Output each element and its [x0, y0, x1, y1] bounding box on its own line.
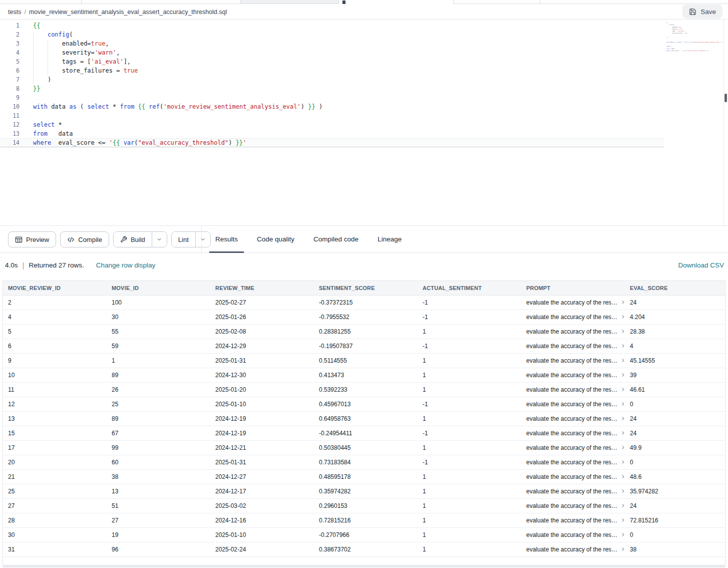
code-line[interactable]: 7 )	[0, 75, 728, 84]
chevron-right-icon[interactable]	[620, 445, 625, 450]
chevron-right-icon[interactable]	[620, 358, 625, 363]
prompt-cell[interactable]: evaluate the accuracy of the res…	[521, 295, 625, 310]
lint-dropdown-button[interactable]	[195, 232, 210, 247]
table-cell: 0.413473	[314, 368, 418, 382]
chevron-right-icon[interactable]	[620, 474, 625, 479]
chevron-right-icon[interactable]	[620, 532, 625, 537]
editor-scrollbar-track	[723, 20, 724, 225]
chevron-right-icon[interactable]	[620, 546, 625, 552]
tab-segment[interactable]	[453, 0, 728, 4]
lint-button[interactable]: Lint	[172, 232, 195, 247]
chevron-right-icon[interactable]	[620, 517, 625, 523]
tab-lineage[interactable]: Lineage	[372, 226, 408, 252]
prompt-cell[interactable]: evaluate the accuracy of the res…	[521, 542, 625, 556]
prompt-cell[interactable]: evaluate the accuracy of the res…	[521, 382, 625, 397]
prompt-text: evaluate the accuracy of the res…	[526, 444, 617, 451]
code-line[interactable]: 3 enabled=true,	[0, 39, 728, 48]
chevron-right-icon[interactable]	[620, 300, 625, 305]
lint-split-button: Lint	[171, 231, 211, 247]
tab-results[interactable]: Results	[209, 226, 244, 252]
prompt-text: evaluate the accuracy of the res…	[526, 517, 617, 524]
table-cell: 100	[107, 295, 210, 310]
prompt-cell[interactable]: evaluate the accuracy of the res…	[521, 513, 625, 527]
prompt-cell[interactable]: evaluate the accuracy of the res…	[521, 527, 625, 542]
tab-compiled-code[interactable]: Compiled code	[307, 226, 365, 252]
code-line[interactable]: 14where eval_score <= '{{ var("eval_accu…	[0, 138, 664, 147]
table-cell: 28	[3, 513, 107, 527]
code-line[interactable]: 9	[0, 93, 728, 102]
code-line[interactable]: 5 tags = ['ai_eval'],	[0, 57, 728, 66]
chevron-right-icon[interactable]	[620, 387, 625, 392]
prompt-cell[interactable]: evaluate the accuracy of the res…	[521, 455, 625, 469]
prompt-cell[interactable]: evaluate the accuracy of the res…	[521, 353, 625, 368]
editor-minimap[interactable]: {{ config( enabled=true, severity='warn'…	[666, 22, 723, 54]
code-line[interactable]: 8}}	[0, 84, 728, 93]
code-editor[interactable]: 1{{2 config(3 enabled=true,4 severity='w…	[0, 20, 728, 225]
line-number: 5	[0, 57, 20, 66]
tab-segment[interactable]	[0, 0, 240, 4]
horizontal-scrollbar[interactable]	[3, 565, 725, 567]
table-cell: 0.5114555	[314, 353, 418, 368]
prompt-text: evaluate the accuracy of the res…	[526, 546, 617, 553]
breadcrumb: tests / movie_review_sentiment_analysis_…	[8, 4, 227, 20]
preview-button[interactable]: Preview	[8, 231, 56, 247]
chevron-right-icon[interactable]	[620, 314, 625, 320]
table-cell: 0.73183584	[314, 455, 418, 469]
chevron-right-icon[interactable]	[620, 416, 625, 421]
code-line[interactable]: 6 store_failures = true	[0, 66, 728, 75]
chevron-right-icon[interactable]	[620, 488, 625, 494]
table-cell: 24	[625, 426, 725, 440]
table-cell: 0	[625, 397, 725, 411]
chevron-right-icon[interactable]	[620, 343, 625, 349]
table-cell: 1	[418, 353, 521, 368]
table-cell: 15	[3, 426, 107, 440]
prompt-text: evaluate the accuracy of the res…	[526, 488, 617, 495]
table-cell: 0.2960153	[314, 498, 418, 513]
prompt-cell[interactable]: evaluate the accuracy of the res…	[521, 310, 625, 324]
chevron-right-icon[interactable]	[620, 329, 625, 334]
table-cell: 59	[107, 339, 210, 353]
tab-segment[interactable]	[240, 0, 338, 4]
code-text: }}	[20, 84, 40, 93]
code-line[interactable]: 1{{	[0, 21, 728, 30]
line-number: 6	[0, 66, 20, 75]
chevron-right-icon[interactable]	[620, 459, 625, 465]
save-button[interactable]: Save	[682, 5, 722, 19]
table-cell: 0.72815216	[314, 513, 418, 527]
table-cell: 1	[418, 527, 521, 542]
tab-code-quality[interactable]: Code quality	[251, 226, 300, 252]
prompt-text: evaluate the accuracy of the res…	[526, 386, 617, 393]
breadcrumb-folder[interactable]: tests	[8, 9, 21, 16]
prompt-cell[interactable]: evaluate the accuracy of the res…	[521, 426, 625, 440]
prompt-cell[interactable]: evaluate the accuracy of the res…	[521, 324, 625, 339]
editor-scrollbar-thumb[interactable]	[724, 94, 727, 102]
change-row-display-link[interactable]: Change row display	[96, 261, 156, 269]
column-header: MOVIE_ID	[107, 281, 210, 295]
table-cell: 6	[3, 339, 107, 353]
table-cell: 2025-02-27	[210, 295, 314, 310]
code-line[interactable]: 13from data	[0, 129, 728, 138]
code-line[interactable]: 2 config(	[0, 30, 728, 39]
code-line[interactable]: 4 severity='warn',	[0, 48, 728, 57]
chevron-right-icon[interactable]	[620, 401, 625, 407]
prompt-cell[interactable]: evaluate the accuracy of the res…	[521, 484, 625, 498]
prompt-cell[interactable]: evaluate the accuracy of the res…	[521, 411, 625, 426]
code-line[interactable]: 12select *	[0, 120, 728, 129]
code-line[interactable]: 11	[0, 111, 728, 120]
line-number: 12	[0, 120, 20, 129]
build-button[interactable]: Build	[114, 232, 152, 247]
prompt-cell[interactable]: evaluate the accuracy of the res…	[521, 440, 625, 455]
code-line[interactable]: 10with data as ( select * from {{ ref('m…	[0, 102, 728, 111]
download-csv-link[interactable]: Download CSV	[678, 261, 724, 269]
prompt-cell[interactable]: evaluate the accuracy of the res…	[521, 368, 625, 382]
prompt-cell[interactable]: evaluate the accuracy of the res…	[521, 397, 625, 411]
chevron-right-icon[interactable]	[620, 503, 625, 508]
prompt-cell[interactable]: evaluate the accuracy of the res…	[521, 339, 625, 353]
compile-button[interactable]: Compile	[60, 231, 109, 247]
build-dropdown-button[interactable]	[152, 232, 167, 247]
prompt-cell[interactable]: evaluate the accuracy of the res…	[521, 498, 625, 513]
chevron-right-icon[interactable]	[620, 430, 625, 436]
chevron-right-icon[interactable]	[620, 372, 625, 378]
prompt-cell[interactable]: evaluate the accuracy of the res…	[521, 469, 625, 484]
table-cell: 96	[107, 542, 210, 556]
